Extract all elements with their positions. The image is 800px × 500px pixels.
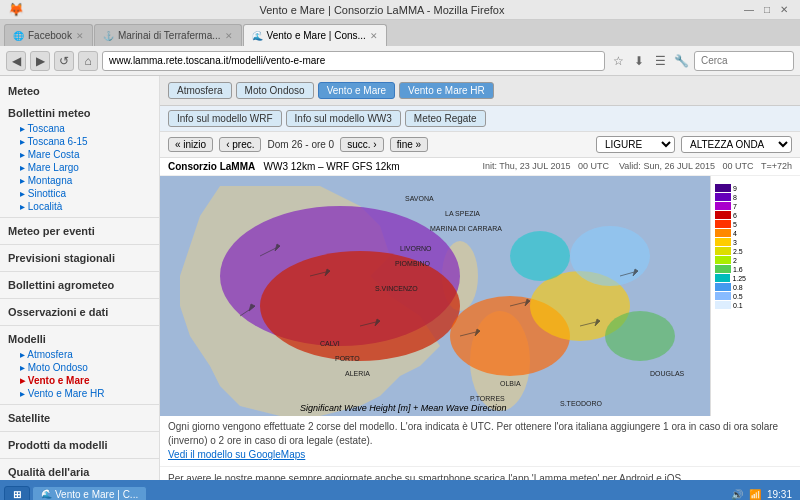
back-button[interactable]: ◀: [6, 51, 26, 71]
window-controls[interactable]: — □ ✕: [740, 4, 792, 15]
map-title-left: Consorzio LaMMA WW3 12km – WRF GFS 12km: [168, 161, 400, 172]
tab-label-3: Vento e Mare | Cons...: [267, 30, 366, 41]
svg-text:SAVONA: SAVONA: [405, 195, 434, 202]
sidebar-divider-4: [0, 298, 159, 299]
svg-point-10: [605, 311, 675, 361]
maximize-btn[interactable]: □: [760, 4, 774, 15]
close-btn[interactable]: ✕: [776, 4, 792, 15]
sidebar-prodotti: Prodotti da modelli: [0, 436, 159, 454]
googlemaps-link[interactable]: Vedi il modello su GoogleMaps: [168, 449, 305, 460]
addon-icon[interactable]: 🔧: [672, 52, 690, 70]
map-visual-container: SAVONA LA SPEZIA MARINA DI CARRARA LIVOR…: [160, 176, 800, 416]
sidebar-vento-mare[interactable]: ▸ Vento e Mare: [0, 374, 159, 387]
valid-date: Sun, 26 JUL 2015: [643, 161, 715, 171]
legend-label-4: 4: [733, 230, 737, 237]
svg-text:CALVI: CALVI: [320, 340, 340, 347]
sidebar-prodotti-heading: Prodotti da modelli: [0, 436, 159, 454]
taskbar-item-label: Vento e Mare | C...: [55, 489, 138, 500]
tab-marinai[interactable]: ⚓ Marinai di Terraferma... ✕: [94, 24, 242, 46]
sidebar-divider-8: [0, 458, 159, 459]
tab-close-vento[interactable]: ✕: [370, 31, 378, 41]
next-end-btn[interactable]: fine »: [390, 137, 428, 152]
svg-point-5: [260, 251, 460, 361]
height-select[interactable]: ALTEZZA ONDA PERIODO PICCO: [681, 136, 792, 153]
search-input[interactable]: [694, 51, 794, 71]
forward-button[interactable]: ▶: [30, 51, 50, 71]
tab-favicon-2: ⚓: [103, 31, 114, 41]
page-body: Meteo Bollettini meteo ▸ Toscana ▸ Tosca…: [0, 76, 800, 480]
taskbar-item-icon: 🌊: [41, 489, 52, 499]
sidebar-satellite: Satellite: [0, 409, 159, 427]
legend-item-25: 2.5: [715, 247, 746, 255]
datetime-label: Dom 26 - ore 0: [267, 139, 334, 150]
sidebar-montagna[interactable]: ▸ Montagna: [0, 174, 159, 187]
content-tabs: Atmosfera Moto Ondoso Vento e Mare Vento…: [160, 76, 800, 106]
tab-atmosfera[interactable]: Atmosfera: [168, 82, 232, 99]
network-icon[interactable]: 📶: [749, 489, 761, 500]
sidebar-toscana[interactable]: ▸ Toscana: [0, 122, 159, 135]
sidebar-modelli: Modelli ▸ Atmosfera ▸ Moto Ondoso ▸ Vent…: [0, 330, 159, 400]
legend-item-125: 1.25: [715, 274, 746, 282]
taskbar-item-vento[interactable]: 🌊 Vento e Mare | C...: [32, 486, 147, 501]
svg-text:S.VINCENZO: S.VINCENZO: [375, 285, 418, 292]
sidebar-sinottica[interactable]: ▸ Sinottica: [0, 187, 159, 200]
map-section: Consorzio LaMMA WW3 12km – WRF GFS 12km …: [160, 158, 800, 480]
taskbar: ⊞ 🌊 Vento e Mare | C... 🔊 📶 19:31: [0, 480, 800, 500]
sidebar-atmosfera[interactable]: ▸ Atmosfera: [0, 348, 159, 361]
legend-label-6: 6: [733, 212, 737, 219]
sidebar: Meteo Bollettini meteo ▸ Toscana ▸ Tosca…: [0, 76, 160, 480]
title-bar: 🦊 Vento e Mare | Consorzio LaMMA - Mozil…: [0, 0, 800, 20]
bookmark-icon[interactable]: ☆: [609, 52, 627, 70]
app-desc: Per avere le nostre mappe sempre aggiorn…: [168, 473, 684, 480]
start-button[interactable]: ⊞: [4, 486, 30, 501]
svg-text:LA SPEZIA: LA SPEZIA: [445, 210, 480, 217]
valid-time: 00 UTC: [723, 161, 754, 171]
legend-label-9: 9: [733, 185, 737, 192]
map-wrapper: Consorzio LaMMA WW3 12km – WRF GFS 12km …: [160, 158, 800, 480]
home-button[interactable]: ⌂: [78, 51, 98, 71]
info-wrf-btn[interactable]: Info sul modello WRF: [168, 110, 282, 127]
region-select[interactable]: LIGURE TOSCANA TUTTO: [596, 136, 675, 153]
sidebar-toscana615[interactable]: ▸ Toscana 6-15: [0, 135, 159, 148]
next-btn[interactable]: succ. ›: [340, 137, 383, 152]
info-ww3-btn[interactable]: Info sul modello WW3: [286, 110, 401, 127]
init-time: 00 UTC: [578, 161, 609, 171]
svg-text:Significant Wave Height [m] + : Significant Wave Height [m] + Mean Wave …: [300, 403, 507, 413]
svg-text:PIOMBINO: PIOMBINO: [395, 260, 431, 267]
svg-text:P.TORRES: P.TORRES: [470, 395, 505, 402]
settings-icon[interactable]: ☰: [651, 52, 669, 70]
sidebar-mare-costa[interactable]: ▸ Mare Costa: [0, 148, 159, 161]
info-row: Info sul modello WRF Info sul modello WW…: [160, 106, 800, 132]
tab-facebook[interactable]: 🌐 Facebook ✕: [4, 24, 93, 46]
sidebar-divider-5: [0, 325, 159, 326]
nav-icons: ☆ ⬇ ☰ 🔧: [609, 52, 690, 70]
main-content: Atmosfera Moto Ondoso Vento e Mare Vento…: [160, 76, 800, 480]
tab-close-facebook[interactable]: ✕: [76, 31, 84, 41]
sidebar-localita[interactable]: ▸ Località: [0, 200, 159, 213]
tab-vento-mare-hr[interactable]: Vento e Mare HR: [399, 82, 494, 99]
volume-icon[interactable]: 🔊: [731, 489, 743, 500]
tab-vento[interactable]: 🌊 Vento e Mare | Cons... ✕: [243, 24, 387, 46]
tab-favicon: 🌐: [13, 31, 24, 41]
tab-vento-mare[interactable]: Vento e Mare: [318, 82, 395, 99]
reload-button[interactable]: ↺: [54, 51, 74, 71]
prev-btn[interactable]: ‹ prec.: [219, 137, 261, 152]
sidebar-mare-largo[interactable]: ▸ Mare Largo: [0, 161, 159, 174]
sidebar-moto-ondoso[interactable]: ▸ Moto Ondoso: [0, 361, 159, 374]
minimize-btn[interactable]: —: [740, 4, 758, 15]
controls-row: « inizio ‹ prec. Dom 26 - ore 0 succ. › …: [160, 132, 800, 158]
prev-start-btn[interactable]: « inizio: [168, 137, 213, 152]
map-title-right: Init: Thu, 23 JUL 2015 00 UTC Valid: Sun…: [482, 161, 792, 172]
download-icon[interactable]: ⬇: [630, 52, 648, 70]
sidebar-osservazioni-heading: Osservazioni e dati: [0, 303, 159, 321]
url-bar[interactable]: [102, 51, 605, 71]
meteo-regate-btn[interactable]: Meteo Regate: [405, 110, 486, 127]
map-svg: SAVONA LA SPEZIA MARINA DI CARRARA LIVOR…: [160, 176, 710, 416]
sidebar-modelli-heading: Modelli: [0, 330, 159, 348]
tab-close-marinai[interactable]: ✕: [225, 31, 233, 41]
sidebar-meteo-eventi: Meteo per eventi: [0, 222, 159, 240]
sidebar-osservazioni: Osservazioni e dati: [0, 303, 159, 321]
sidebar-vento-mare-hr[interactable]: ▸ Vento e Mare HR: [0, 387, 159, 400]
sidebar-qualita: Qualità dell'aria: [0, 463, 159, 480]
tab-moto-ondoso[interactable]: Moto Ondoso: [236, 82, 314, 99]
